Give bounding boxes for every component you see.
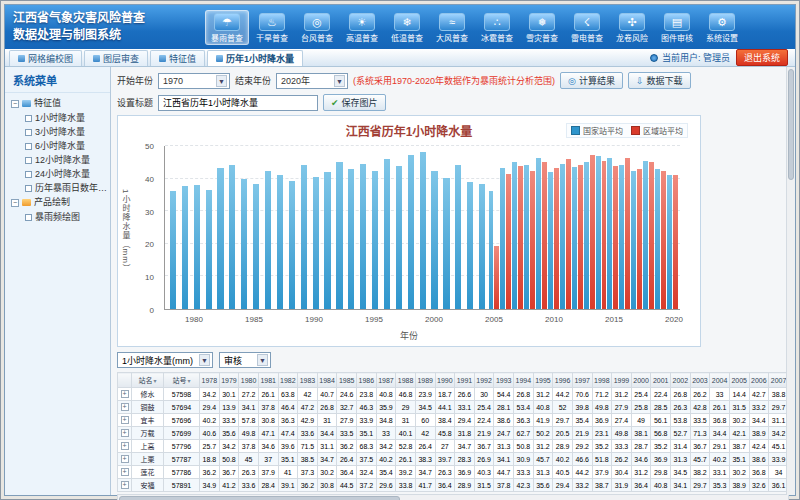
chart-title-input[interactable] [158, 95, 318, 111]
chevron-down-icon: ▼ [334, 75, 345, 87]
audit-select[interactable]: 审核 ▼ [219, 352, 271, 368]
bar-national-1979 [182, 186, 188, 309]
expand-cell[interactable]: + [118, 453, 132, 466]
tree-item-24小时降水量[interactable]: 24小时降水量 [11, 167, 108, 181]
year-column-header: 1993 [494, 373, 514, 388]
nav-item-cold[interactable]: ❄低温普查 [385, 11, 429, 44]
vertical-scrollbar[interactable] [786, 67, 795, 495]
tree-item-暴雨频绘图[interactable]: 暴雨频绘图 [11, 210, 108, 224]
bar-national-1984 [241, 179, 247, 309]
value-cell: 33.6 [239, 479, 259, 492]
end-year-select[interactable]: 2020年 ▼ [276, 73, 348, 89]
y-tick-label: 0 [150, 306, 154, 315]
nav-item-rain[interactable]: ☂暴雨普查 [205, 10, 249, 45]
value-cell: 27.2 [239, 388, 259, 401]
end-year-value: 2020年 [281, 74, 310, 87]
expand-icon[interactable]: + [121, 429, 129, 437]
nav-item-settings[interactable]: ⚙系统设置 [700, 11, 744, 44]
start-year-value: 1970 [163, 76, 183, 86]
expand-cell[interactable]: + [118, 466, 132, 479]
table-header: 站名站号197819791980198119821983198419851986… [118, 373, 789, 388]
value-cell: 35.9 [376, 401, 396, 414]
nav-item-typhoon[interactable]: ◎台风普查 [295, 11, 339, 44]
nav-item-label: 大风普查 [436, 32, 468, 43]
download-button[interactable]: ⇩ 数据下载 [628, 72, 691, 89]
value-cell: 40.2 [710, 453, 730, 466]
x-tick-label: 2010 [545, 315, 563, 324]
vertical-scrollbar-thumb[interactable] [788, 69, 794, 180]
expand-cell[interactable]: + [118, 401, 132, 414]
value-cell: 26.1 [396, 453, 416, 466]
expand-icon[interactable]: + [121, 416, 129, 424]
expand-cell[interactable]: + [118, 427, 132, 440]
nav-item-wind[interactable]: ≈大风普查 [430, 11, 474, 44]
bar-regional-2017 [637, 169, 642, 310]
tab-3[interactable]: 历年1小时降水量 [207, 50, 303, 66]
checkbox-icon[interactable] [25, 214, 32, 221]
expand-icon[interactable]: + [121, 455, 129, 463]
checkbox-icon[interactable] [25, 171, 32, 178]
expand-icon[interactable]: + [121, 468, 129, 476]
nav-item-hail[interactable]: ∴冰雹普查 [475, 11, 519, 44]
expand-cell[interactable]: + [118, 388, 132, 401]
bar-group-1997 [393, 146, 405, 309]
checkbox-icon[interactable] [25, 157, 32, 164]
value-cell: 39.6 [278, 440, 298, 453]
bar-national-1988 [289, 181, 295, 309]
nav-item-sun[interactable]: ☀高温普查 [340, 11, 384, 44]
checkbox-icon[interactable] [25, 129, 32, 136]
tornado-icon: ✣ [619, 13, 645, 31]
nav-item-snow[interactable]: ❅雪灾普查 [520, 11, 564, 44]
download-icon: ⇩ [636, 76, 644, 86]
checkbox-icon[interactable] [25, 185, 32, 192]
value-cell: 46.3 [357, 401, 377, 414]
logout-button[interactable]: 退出系统 [736, 49, 788, 66]
expand-cell[interactable]: + [118, 414, 132, 427]
horizontal-scrollbar[interactable] [117, 494, 789, 500]
expand-icon[interactable]: + [121, 481, 129, 489]
value-cell: 36.8 [749, 466, 769, 479]
start-year-select[interactable]: 1970 ▼ [158, 73, 230, 89]
expand-icon[interactable]: + [121, 442, 129, 450]
year-column-header: 1978 [200, 373, 220, 388]
value-cell: 34.9 [200, 479, 220, 492]
value-cell: 29.2 [572, 440, 592, 453]
tab-1[interactable]: 图层审查 [84, 50, 148, 66]
tab-0[interactable]: 网格编校图 [9, 50, 82, 66]
value-cell: 70.6 [572, 388, 592, 401]
expand-cell[interactable]: + [118, 440, 132, 453]
tree-item-3小时降水量[interactable]: 3小时降水量 [11, 125, 108, 139]
tree-folder-特征值[interactable]: −特征值 [11, 96, 108, 111]
bar-national-1999 [420, 152, 426, 309]
save-image-button[interactable]: ✔ 保存图片 [323, 94, 386, 111]
nav-item-lightning[interactable]: ☇雷电普查 [565, 11, 609, 44]
measure-select[interactable]: 1小时降水量(mm) ▼ [117, 352, 213, 368]
horizontal-scrollbar-thumb[interactable] [119, 496, 400, 500]
tree-folder-产品绘制[interactable]: −产品绘制 [11, 195, 108, 210]
tree-item-12小时降水量[interactable]: 12小时降水量 [11, 153, 108, 167]
year-column-header: 1989 [415, 373, 435, 388]
table-row: +安福5789134.941.233.628.439.136.230.844.5… [118, 479, 789, 492]
bar-national-2008 [524, 165, 529, 309]
value-cell: 38.4 [435, 414, 455, 427]
id-column-header[interactable]: 站号 [164, 373, 200, 388]
value-cell: 30.1 [219, 388, 239, 401]
tree-toggle-icon[interactable]: − [11, 100, 19, 108]
tree-item-6小时降水量[interactable]: 6小时降水量 [11, 139, 108, 153]
tree-item-1小时降水量[interactable]: 1小时降水量 [11, 111, 108, 125]
nav-item-tornado[interactable]: ✣龙卷风险 [610, 11, 654, 44]
checkbox-icon[interactable] [25, 115, 32, 122]
name-column-header[interactable]: 站名 [132, 373, 164, 388]
tree-toggle-icon[interactable]: − [11, 199, 19, 207]
checkbox-icon[interactable] [25, 143, 32, 150]
nav-item-review[interactable]: ▤图件审核 [655, 11, 699, 44]
tree-item-历年暴雨日数年平均分布图[interactable]: 历年暴雨日数年平均分布图 [11, 181, 108, 195]
bar-national-2011 [560, 164, 565, 309]
year-column-header: 1988 [396, 373, 416, 388]
expand-cell[interactable]: + [118, 479, 132, 492]
nav-item-drought[interactable]: ♨干旱普查 [250, 11, 294, 44]
expand-icon[interactable]: + [121, 403, 129, 411]
calculate-button[interactable]: ◎ 计算结果 [560, 72, 623, 89]
tab-2[interactable]: 特征值 [150, 50, 205, 66]
expand-icon[interactable]: + [121, 390, 129, 398]
